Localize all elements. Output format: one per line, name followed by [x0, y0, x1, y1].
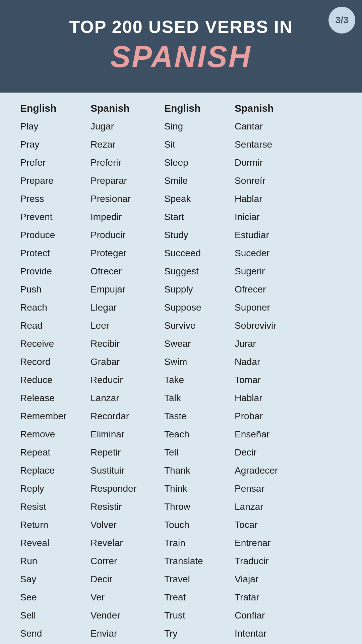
- verb-english-left: Resist: [17, 498, 87, 516]
- verb-spanish-right: Voltear: [231, 643, 312, 644]
- verb-english-right: Turn: [161, 643, 231, 644]
- verb-english-left: Reply: [17, 480, 87, 498]
- verb-english-right: Tell: [161, 443, 231, 462]
- verb-english-left: Reduce: [17, 371, 87, 389]
- header-top-line: TOP 200 USED VERBS IN: [20, 17, 342, 37]
- verb-english-right: Swear: [161, 335, 231, 353]
- verb-spanish-right: Jurar: [231, 335, 312, 353]
- col-header-es2: Spanish: [235, 103, 315, 114]
- verb-spanish-right: Suponer: [231, 299, 312, 317]
- verb-spanish-left: Resistir: [87, 498, 161, 516]
- verb-spanish-right: Sentarse: [231, 136, 312, 154]
- col-header-en2: English: [164, 103, 235, 114]
- verb-spanish-right: Dormir: [231, 154, 312, 172]
- verb-spanish-left: Ver: [87, 588, 161, 606]
- verb-english-right: Suppose: [161, 299, 231, 317]
- verb-spanish-right: Nadar: [231, 353, 312, 371]
- verb-spanish-left: Reducir: [87, 371, 161, 389]
- verb-english-left: Press: [17, 190, 87, 208]
- verb-table: PlayJugarSingCantarPrayRezarSitSentarseP…: [17, 117, 345, 644]
- verb-english-left: Prepare: [17, 172, 87, 190]
- verb-spanish-left: Coser: [87, 643, 161, 644]
- verb-spanish-right: Sonreír: [231, 172, 312, 190]
- verb-spanish-left: Decir: [87, 570, 161, 588]
- verb-english-right: Talk: [161, 389, 231, 407]
- verb-english-left: Say: [17, 570, 87, 588]
- verb-english-left: Remember: [17, 407, 87, 425]
- verb-spanish-right: Pensar: [231, 480, 312, 498]
- verb-english-right: Sleep: [161, 154, 231, 172]
- verb-spanish-left: Preferir: [87, 154, 161, 172]
- verb-english-left: Sell: [17, 606, 87, 625]
- header-spanish-title: SPANISH: [20, 40, 342, 74]
- verb-spanish-left: Sustituir: [87, 462, 161, 480]
- verb-spanish-left: Revelar: [87, 534, 161, 552]
- verb-spanish-left: Ofrecer: [87, 262, 161, 280]
- verb-spanish-right: Traducir: [231, 552, 312, 570]
- verb-english-right: Study: [161, 226, 231, 244]
- verb-spanish-right: Probar: [231, 407, 312, 425]
- verb-english-right: Take: [161, 371, 231, 389]
- column-headers: English Spanish English Spanish: [17, 103, 345, 114]
- verb-english-left: Release: [17, 389, 87, 407]
- verb-english-left: Pray: [17, 136, 87, 154]
- verb-spanish-left: Volver: [87, 516, 161, 534]
- verb-english-left: Receive: [17, 335, 87, 353]
- verb-english-left: Play: [17, 117, 87, 136]
- verb-spanish-left: Rezar: [87, 136, 161, 154]
- verb-spanish-right: Tocar: [231, 516, 312, 534]
- verb-english-left: Return: [17, 516, 87, 534]
- verb-spanish-right: Entrenar: [231, 534, 312, 552]
- verb-spanish-right: Sugerir: [231, 262, 312, 280]
- verb-english-left: Read: [17, 317, 87, 335]
- verb-english-right: Sit: [161, 136, 231, 154]
- verb-english-right: Speak: [161, 190, 231, 208]
- verb-english-right: Survive: [161, 317, 231, 335]
- page-header: 3/3 TOP 200 USED VERBS IN SPANISH: [0, 0, 362, 93]
- verb-english-right: Suggest: [161, 262, 231, 280]
- verb-spanish-left: Preparar: [87, 172, 161, 190]
- verb-spanish-left: Llegar: [87, 299, 161, 317]
- verb-english-left: Remove: [17, 425, 87, 443]
- verb-english-right: Teach: [161, 425, 231, 443]
- verb-spanish-right: Intentar: [231, 625, 312, 643]
- verb-spanish-left: Correr: [87, 552, 161, 570]
- verb-spanish-right: Enseñar: [231, 425, 312, 443]
- verb-spanish-left: Producir: [87, 226, 161, 244]
- verb-english-left: Prefer: [17, 154, 87, 172]
- verb-spanish-right: Tomar: [231, 371, 312, 389]
- verb-spanish-left: Enviar: [87, 625, 161, 643]
- verb-spanish-right: Hablar: [231, 389, 312, 407]
- verb-english-right: Succeed: [161, 244, 231, 262]
- verb-spanish-right: Ofrecer: [231, 280, 312, 299]
- content-area: English Spanish English Spanish PlayJuga…: [0, 93, 362, 644]
- verb-english-left: Protect: [17, 244, 87, 262]
- verb-spanish-right: Lanzar: [231, 498, 312, 516]
- verb-english-right: Throw: [161, 498, 231, 516]
- verb-english-right: Taste: [161, 407, 231, 425]
- verb-english-left: Repeat: [17, 443, 87, 462]
- verb-spanish-right: Sobrevivir: [231, 317, 312, 335]
- verb-english-right: Swim: [161, 353, 231, 371]
- verb-english-left: Record: [17, 353, 87, 371]
- verb-spanish-left: Eliminar: [87, 425, 161, 443]
- verb-english-right: Sing: [161, 117, 231, 136]
- verb-spanish-left: Recordar: [87, 407, 161, 425]
- verb-spanish-left: Impedir: [87, 208, 161, 226]
- verb-english-right: Smile: [161, 172, 231, 190]
- verb-spanish-right: Estudiar: [231, 226, 312, 244]
- verb-spanish-left: Proteger: [87, 244, 161, 262]
- verb-spanish-right: Confiar: [231, 606, 312, 625]
- verb-spanish-right: Cantar: [231, 117, 312, 136]
- page-badge: 3/3: [328, 7, 355, 34]
- verb-english-left: Provide: [17, 262, 87, 280]
- verb-english-left: Run: [17, 552, 87, 570]
- verb-spanish-right: Agradecer: [231, 462, 312, 480]
- verb-english-right: Thank: [161, 462, 231, 480]
- verb-spanish-right: Suceder: [231, 244, 312, 262]
- verb-english-right: Trust: [161, 606, 231, 625]
- verb-spanish-left: Grabar: [87, 353, 161, 371]
- verb-spanish-right: Hablar: [231, 190, 312, 208]
- verb-spanish-left: Leer: [87, 317, 161, 335]
- verb-english-left: Push: [17, 280, 87, 299]
